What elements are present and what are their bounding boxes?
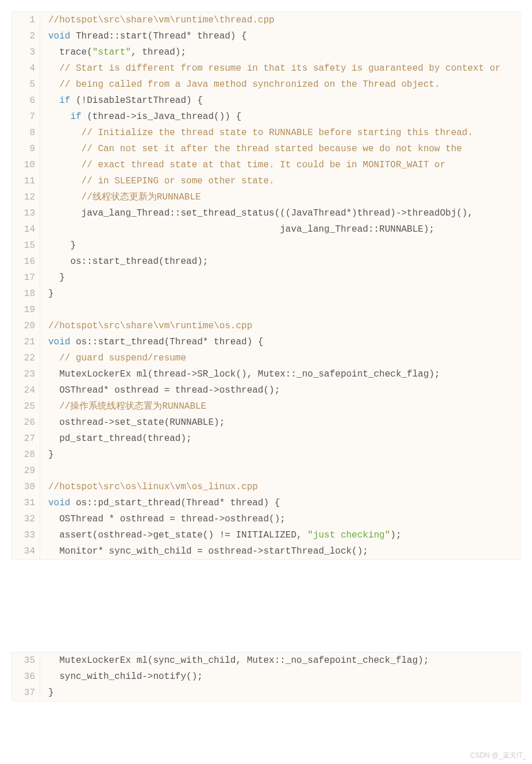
code-line: 21void os::start_thread(Thread* thread) … [12,334,520,350]
line-number: 5 [12,76,40,93]
line-content: // Can not set it after the thread start… [40,141,520,157]
line-content: // guard suspend/resume [40,350,520,366]
code-line: 16 os::start_thread(thread); [12,254,520,270]
code-token: } [48,688,54,698]
code-line: 37} [12,685,520,701]
line-content: //hotspot\src\share\vm\runtime\os.cpp [40,318,520,334]
code-line: 32 OSThread * osthread = thread->osthrea… [12,511,520,527]
code-token: //操作系统线程状态置为RUNNABLE [59,401,206,412]
code-token: trace( [48,47,92,57]
line-number: 12 [12,189,40,205]
code-token: void [48,31,70,41]
line-number: 19 [12,302,40,318]
line-number: 25 [12,398,40,414]
code-token [48,353,59,363]
line-content: osthread->set_state(RUNNABLE); [40,414,520,431]
code-token [48,160,82,170]
line-number: 1 [12,12,40,28]
line-content: os::start_thread(thread); [40,254,520,270]
line-number: 6 [12,93,40,109]
code-token: java_lang_Thread::RUNNABLE); [48,224,434,235]
line-content: java_lang_Thread::RUNNABLE); [40,221,520,237]
code-line: 12 //线程状态更新为RUNNABLE [12,189,520,205]
code-token [48,192,82,202]
code-token [48,144,82,154]
line-number: 10 [12,157,40,173]
code-block-2: 35 MutexLockerEx ml(sync_with_child, Mut… [11,652,521,701]
line-content: //hotspot\src\os\linux\vm\os_linux.cpp [40,479,520,495]
code-line: 6 if (!DisableStartThread) { [12,93,520,109]
line-number: 22 [12,350,40,366]
line-content: if (!DisableStartThread) { [40,93,520,109]
code-block-1: 1//hotspot\src\share\vm\runtime\thread.c… [11,11,521,560]
code-line: 29 [12,463,520,479]
code-line: 2void Thread::start(Thread* thread) { [12,28,520,44]
code-token: os::pd_start_thread(Thread* thread) { [70,498,280,508]
code-line: 30//hotspot\src\os\linux\vm\os_linux.cpp [12,479,520,495]
code-token: , thread); [131,47,186,57]
block-gap [0,571,532,640]
line-number: 24 [12,382,40,398]
code-line: 34 Monitor* sync_with_child = osthread->… [12,543,520,559]
line-number: 13 [12,205,40,221]
code-token: // exact thread state at that time. It c… [82,160,446,170]
line-content: } [40,270,520,286]
code-token [48,401,59,412]
code-token: (!DisableStartThread) { [70,95,202,106]
code-token: // Start is different from resume in tha… [59,63,500,74]
code-token: ); [390,530,401,540]
code-line: 20//hotspot\src\share\vm\runtime\os.cpp [12,318,520,334]
line-number: 26 [12,414,40,431]
line-content: if (thread->is_Java_thread()) { [40,109,520,125]
line-content: // Initialize the thread state to RUNNAB… [40,125,520,141]
code-token: pd_start_thread(thread); [48,433,192,444]
code-token: OSThread * osthread = thread->osthread()… [48,514,286,524]
code-line: 19 [12,302,520,318]
line-content: Monitor* sync_with_child = osthread->sta… [40,543,520,559]
line-number: 14 [12,221,40,237]
code-line: 23 MutexLockerEx ml(thread->SR_lock(), M… [12,366,520,382]
code-token: osthread->set_state(RUNNABLE); [48,417,225,428]
code-line: 1//hotspot\src\share\vm\runtime\thread.c… [12,12,520,28]
code-line: 36 sync_with_child->notify(); [12,669,520,685]
code-line: 15 } [12,237,520,254]
line-number: 35 [12,652,40,669]
line-content: OSThread* osthread = thread->osthread(); [40,382,520,398]
code-token: os::start_thread(Thread* thread) { [70,337,263,347]
line-number: 18 [12,286,40,302]
line-number: 16 [12,254,40,270]
code-token [48,63,59,74]
code-token: assert(osthread->get_state() != INITIALI… [48,530,307,540]
line-content: //hotspot\src\share\vm\runtime\thread.cp… [40,12,520,28]
line-content: assert(osthread->get_state() != INITIALI… [40,527,520,543]
line-number: 15 [12,237,40,254]
code-token: //hotspot\src\share\vm\runtime\thread.cp… [48,15,275,25]
line-content: OSThread * osthread = thread->osthread()… [40,511,520,527]
code-token: } [48,450,54,460]
line-number: 27 [12,431,40,447]
code-token: } [48,289,54,299]
code-token: "just checking" [307,530,390,540]
code-token [48,95,59,106]
code-line: 9 // Can not set it after the thread sta… [12,141,520,157]
code-token: if [59,95,70,106]
line-number: 17 [12,270,40,286]
code-token: //hotspot\src\share\vm\runtime\os.cpp [48,321,252,331]
line-content: void os::start_thread(Thread* thread) { [40,334,520,350]
code-token: sync_with_child->notify(); [48,671,203,682]
code-token: void [48,337,70,347]
code-line: 18} [12,286,520,302]
line-content: } [40,237,520,254]
line-content: // Start is different from resume in tha… [40,60,520,76]
code-line: 5 // being called from a Java method syn… [12,76,520,93]
code-line: 11 // in SLEEPING or some other state. [12,173,520,189]
line-number: 7 [12,109,40,125]
code-line: 8 // Initialize the thread state to RUNN… [12,125,520,141]
code-line: 33 assert(osthread->get_state() != INITI… [12,527,520,543]
code-token: //线程状态更新为RUNNABLE [82,192,201,202]
line-content: } [40,286,520,302]
line-content: void Thread::start(Thread* thread) { [40,28,520,44]
line-content: // being called from a Java method synch… [40,76,520,93]
code-token: } [48,272,65,283]
line-number: 2 [12,28,40,44]
